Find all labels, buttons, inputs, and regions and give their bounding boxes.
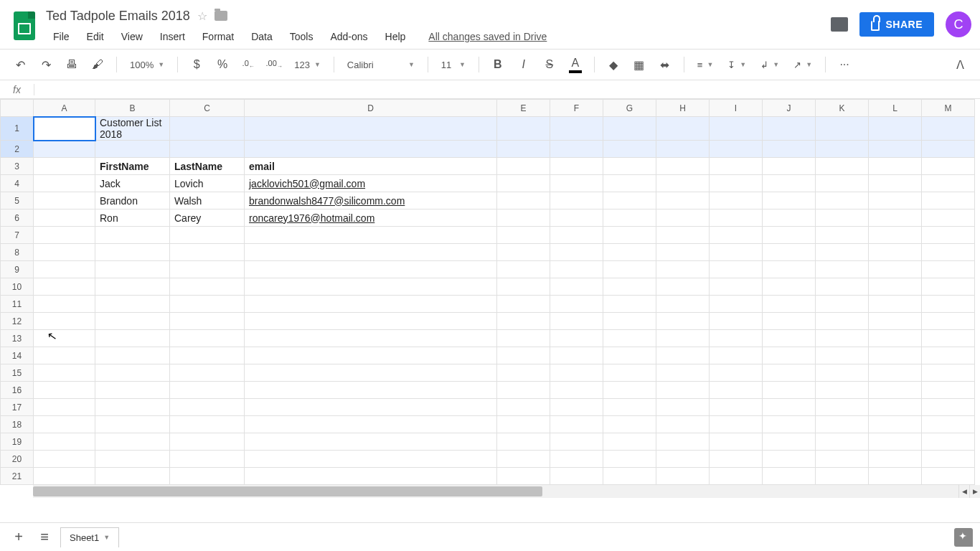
cell-I9[interactable] — [710, 261, 763, 278]
cell-E17[interactable] — [497, 399, 550, 416]
cell-C18[interactable] — [170, 416, 245, 433]
row-header-16[interactable]: 16 — [1, 382, 34, 399]
cell-E10[interactable] — [497, 278, 550, 296]
cell-B2[interactable] — [95, 141, 170, 158]
cell-B1[interactable]: Customer List 2018 — [95, 117, 170, 141]
cell-H12[interactable] — [656, 313, 710, 330]
cell-A8[interactable] — [34, 244, 95, 261]
cell-J11[interactable] — [763, 296, 816, 313]
cell-F6[interactable] — [550, 209, 603, 227]
menu-tools[interactable]: Tools — [283, 28, 321, 45]
row-header-20[interactable]: 20 — [1, 451, 34, 468]
col-header-B[interactable]: B — [95, 100, 170, 117]
cell-C19[interactable] — [170, 433, 245, 451]
cell-I12[interactable] — [710, 313, 763, 330]
cell-E18[interactable] — [497, 416, 550, 433]
cell-A16[interactable] — [34, 382, 95, 399]
cell-C20[interactable] — [170, 451, 245, 468]
cell-I6[interactable] — [710, 209, 763, 227]
account-avatar[interactable]: C — [946, 11, 971, 37]
cell-B9[interactable] — [95, 261, 170, 278]
borders-button[interactable]: ▦ — [628, 54, 651, 75]
cell-J10[interactable] — [763, 278, 816, 296]
text-wrap-button[interactable]: ↲▼ — [755, 60, 785, 70]
cell-K5[interactable] — [816, 192, 869, 209]
cell-D10[interactable] — [245, 278, 497, 296]
cell-E4[interactable] — [497, 175, 550, 192]
row-header-6[interactable]: 6 — [1, 209, 34, 227]
cell-C21[interactable] — [170, 468, 245, 485]
cell-B13[interactable] — [95, 330, 170, 347]
menu-insert[interactable]: Insert — [153, 28, 192, 45]
cell-G3[interactable] — [603, 158, 656, 175]
cell-F20[interactable] — [550, 451, 603, 468]
cell-J2[interactable] — [763, 141, 816, 158]
cell-G10[interactable] — [603, 278, 656, 296]
cell-J14[interactable] — [763, 347, 816, 364]
cell-M19[interactable] — [922, 433, 975, 451]
cell-J21[interactable] — [763, 468, 816, 485]
font-size-select[interactable]: 11▼ — [435, 60, 471, 70]
cell-F9[interactable] — [550, 261, 603, 278]
row-header-17[interactable]: 17 — [1, 399, 34, 416]
spreadsheet-grid[interactable]: A B C D E F G H I J K L M 1Customer List… — [0, 99, 975, 485]
cell-H15[interactable] — [656, 364, 710, 382]
cell-H17[interactable] — [656, 399, 710, 416]
scroll-right-button[interactable]: ▶ — [969, 485, 980, 498]
cell-A21[interactable] — [34, 468, 95, 485]
cell-B18[interactable] — [95, 416, 170, 433]
menu-help[interactable]: Help — [378, 28, 413, 45]
row-header-10[interactable]: 10 — [1, 278, 34, 296]
cell-I15[interactable] — [710, 364, 763, 382]
cell-G8[interactable] — [603, 244, 656, 261]
cell-D17[interactable] — [245, 399, 497, 416]
cell-C16[interactable] — [170, 382, 245, 399]
cell-J15[interactable] — [763, 364, 816, 382]
cell-F5[interactable] — [550, 192, 603, 209]
cell-A6[interactable] — [34, 209, 95, 227]
cell-M14[interactable] — [922, 347, 975, 364]
cell-F3[interactable] — [550, 158, 603, 175]
menu-edit[interactable]: Edit — [80, 28, 111, 45]
row-header-14[interactable]: 14 — [1, 347, 34, 364]
col-header-D[interactable]: D — [245, 100, 497, 117]
cell-L4[interactable] — [869, 175, 922, 192]
cell-J7[interactable] — [763, 227, 816, 244]
scroll-left-button[interactable]: ◀ — [958, 485, 969, 498]
cell-C13[interactable] — [170, 330, 245, 347]
cell-H3[interactable] — [656, 158, 710, 175]
horizontal-scrollbar[interactable] — [33, 485, 958, 498]
cell-D20[interactable] — [245, 451, 497, 468]
cell-L9[interactable] — [869, 261, 922, 278]
cell-B5[interactable]: Brandon — [95, 192, 170, 209]
cell-A15[interactable] — [34, 364, 95, 382]
text-rotation-button[interactable]: ↗▼ — [788, 60, 818, 70]
cell-E13[interactable] — [497, 330, 550, 347]
cell-I14[interactable] — [710, 347, 763, 364]
cell-K10[interactable] — [816, 278, 869, 296]
cell-M11[interactable] — [922, 296, 975, 313]
cell-B20[interactable] — [95, 451, 170, 468]
cell-M4[interactable] — [922, 175, 975, 192]
cell-F19[interactable] — [550, 433, 603, 451]
cell-A20[interactable] — [34, 451, 95, 468]
cell-L8[interactable] — [869, 244, 922, 261]
cell-J17[interactable] — [763, 399, 816, 416]
cell-M20[interactable] — [922, 451, 975, 468]
cell-C11[interactable] — [170, 296, 245, 313]
cell-E21[interactable] — [497, 468, 550, 485]
cell-K3[interactable] — [816, 158, 869, 175]
cell-C12[interactable] — [170, 313, 245, 330]
col-header-A[interactable]: A — [34, 100, 95, 117]
cell-B3[interactable]: FirstName — [95, 158, 170, 175]
cell-C2[interactable] — [170, 141, 245, 158]
cell-A11[interactable] — [34, 296, 95, 313]
cell-C14[interactable] — [170, 347, 245, 364]
cell-G15[interactable] — [603, 364, 656, 382]
cell-F18[interactable] — [550, 416, 603, 433]
cell-G7[interactable] — [603, 227, 656, 244]
cell-G17[interactable] — [603, 399, 656, 416]
horizontal-align-button[interactable]: ≡▼ — [692, 60, 720, 70]
col-header-I[interactable]: I — [710, 100, 763, 117]
cell-M8[interactable] — [922, 244, 975, 261]
